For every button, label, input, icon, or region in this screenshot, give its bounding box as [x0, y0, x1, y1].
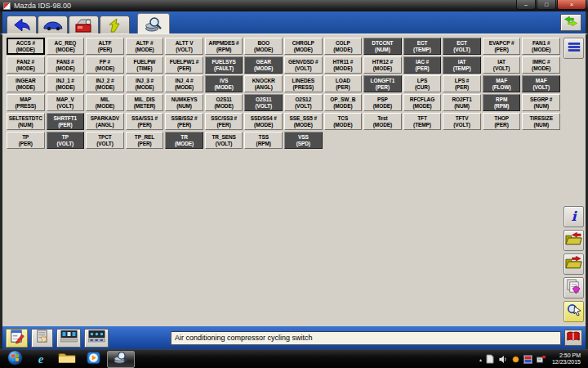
- pid-button-linedes-press[interactable]: LINEDES(PRESS): [284, 75, 323, 92]
- pid-button-tcs-mode[interactable]: TCS(MODE): [324, 113, 363, 130]
- status-message-field[interactable]: [171, 331, 561, 345]
- pid-button-ssc-ss3-per[interactable]: SSC/SS3 #(PER): [205, 113, 243, 130]
- show-hidden-icons-button[interactable]: ▴: [479, 357, 482, 362]
- pid-button-inj-2-mode[interactable]: INJ_2 #(MODE): [86, 75, 124, 92]
- pid-list-button[interactable]: [564, 38, 584, 59]
- maximize-button[interactable]: □: [537, 0, 556, 10]
- pid-button-altt-v-volt[interactable]: ALTT V(VOLT): [165, 38, 203, 55]
- swap-vehicle-button[interactable]: [560, 14, 581, 31]
- pid-button-rfcflag-mode[interactable]: RFCFLAG(MODE): [403, 94, 442, 111]
- pid-button-iat-temp[interactable]: IAT(TEMP): [443, 56, 481, 74]
- pid-button-test-mode[interactable]: Test(MODE): [363, 113, 402, 130]
- pid-button-load-per[interactable]: LOAD(PER): [324, 75, 363, 92]
- pid-button-tpct-volt[interactable]: TPCT(VOLT): [86, 132, 124, 149]
- pid-button-maf-flow[interactable]: MAF(FLOW): [483, 75, 521, 92]
- pid-button-ingear-mode[interactable]: INGEAR(MODE): [7, 75, 45, 92]
- pid-button-fan2-mode[interactable]: FAN2 #(MODE): [7, 56, 45, 74]
- pid-button-lps-per[interactable]: LPS #(PER): [443, 75, 481, 92]
- pid-button-ect-temp[interactable]: ECT(TEMP): [403, 38, 442, 55]
- exit-button[interactable]: [564, 330, 582, 346]
- pid-button-ssa-ss1-per[interactable]: SSA/SS1 #(PER): [126, 113, 164, 130]
- tray-speaker-icon[interactable]: [498, 355, 508, 364]
- capture-button[interactable]: [564, 277, 584, 298]
- pid-button-sse-ss5-mode[interactable]: SSE_SS5 #(MODE): [284, 113, 323, 130]
- pid-button-imrc-mode[interactable]: IMRC #(MODE): [522, 56, 560, 74]
- pid-button-tft-temp[interactable]: TFT(TEMP): [403, 113, 442, 130]
- minimize-button[interactable]: –: [516, 0, 536, 10]
- pid-button-vss-spd[interactable]: VSS(SPD): [284, 132, 323, 149]
- pid-button-altf-per[interactable]: ALTF(PER): [86, 38, 124, 55]
- load-folder-button[interactable]: [564, 230, 584, 251]
- tab-back[interactable]: [7, 16, 37, 34]
- pid-button-maf-volt[interactable]: MAF(VOLT): [522, 75, 560, 92]
- pid-button-shrtft1-per[interactable]: SHRTFT1(PER): [47, 113, 85, 130]
- pid-button-op-sw-b-mode[interactable]: OP_SW_B(MODE): [324, 94, 363, 111]
- pid-button-colp-mode[interactable]: COLP(MODE): [324, 38, 363, 55]
- pid-button-o2s12-volt[interactable]: O2S12(VOLT): [284, 94, 323, 111]
- pid-button-fp-mode[interactable]: FP #(MODE): [86, 56, 124, 74]
- pid-button-htr12-mode[interactable]: HTR12 #(MODE): [363, 56, 402, 74]
- pid-button-tiresize-num[interactable]: TIRESIZE(NUM): [522, 113, 560, 130]
- tab-vehicle[interactable]: [38, 16, 68, 34]
- pid-button-tp-per[interactable]: TP(PER): [7, 132, 45, 149]
- pid-button-numkeys-num[interactable]: NUMKEYS(NUM): [165, 94, 203, 111]
- pid-button-lps-cur[interactable]: LPS(CUR): [403, 75, 442, 92]
- info-button[interactable]: i: [564, 206, 584, 227]
- start-button[interactable]: [2, 351, 27, 368]
- pid-button-map-press[interactable]: MAP(PRESS): [7, 94, 45, 111]
- digital-view-button[interactable]: [84, 329, 109, 348]
- pid-button-mil-dis-meter[interactable]: MIL_DIS(METER): [126, 94, 164, 111]
- pid-button-fuelsys-fault[interactable]: FUELSYS(FAULT): [205, 56, 243, 74]
- pid-button-inj-4-mode[interactable]: INJ_4 #(MODE): [165, 75, 203, 92]
- tray-document-icon[interactable]: [486, 354, 494, 364]
- recording-sheet-button[interactable]: [31, 329, 53, 348]
- pid-button-sparkadv-angl[interactable]: SPARKADV(ANGL): [86, 113, 124, 130]
- edit-form-button[interactable]: [6, 329, 28, 348]
- tab-quick-test[interactable]: [100, 16, 130, 34]
- tray-vcm-icon[interactable]: [523, 355, 532, 364]
- pid-button-evapcp-per[interactable]: EVAPCP #(PER): [483, 38, 521, 55]
- pid-button-tss-rpm[interactable]: TSS(RPM): [244, 132, 283, 149]
- pid-button-mil-mode[interactable]: MIL(MODE): [86, 94, 124, 111]
- pid-button-seltestdtc-num[interactable]: SELTESTDTC(NUM): [7, 113, 45, 130]
- pid-button-tp-rel-per[interactable]: TP_REL(PER): [126, 132, 164, 149]
- pid-button-ac-req-mode[interactable]: AC_REQ(MODE): [47, 38, 85, 55]
- taskbar-media-player[interactable]: [81, 351, 105, 368]
- tray-network-icon[interactable]: [537, 355, 546, 364]
- pid-button-iac-per[interactable]: IAC #(PER): [403, 56, 442, 74]
- tab-datalogger[interactable]: [137, 13, 170, 34]
- tray-status-dot-icon[interactable]: [512, 356, 519, 363]
- pid-button-boo-mode[interactable]: BOO(MODE): [244, 38, 283, 55]
- pid-button-ect-volt[interactable]: ECT(VOLT): [443, 38, 481, 55]
- taskbar-file-explorer[interactable]: [55, 351, 79, 368]
- pid-button-genvdsd-volt[interactable]: GENVDSD #(VOLT): [284, 56, 323, 74]
- pid-button-map-v-volt[interactable]: MAP_V(VOLT): [47, 94, 85, 111]
- tab-toolbox[interactable]: [69, 16, 99, 34]
- pid-button-inj-1-mode[interactable]: INJ_1 #(MODE): [47, 75, 85, 92]
- pid-button-ivs-mode[interactable]: IVS(MODE): [205, 75, 243, 92]
- pid-button-o2s11-mode[interactable]: O2S11(MODE): [205, 94, 243, 111]
- taskbar-internet-explorer[interactable]: e: [29, 351, 53, 368]
- pid-button-fuelpw1-per[interactable]: FUELPW1 #(PER): [165, 56, 203, 74]
- pid-button-o2s11-volt[interactable]: O2S11(VOLT): [244, 94, 283, 111]
- save-folder-button[interactable]: [564, 254, 584, 275]
- pid-button-ro2ft1-num[interactable]: RO2FT1(NUM): [443, 94, 481, 111]
- pid-button-altf-mode[interactable]: ALTF #(MODE): [126, 38, 164, 55]
- pid-button-fuelpw-time[interactable]: FUELPW(TIME): [126, 56, 164, 74]
- pid-button-knockr-angl[interactable]: KNOCKR(ANGL): [244, 75, 283, 92]
- close-button[interactable]: ×: [557, 0, 586, 10]
- pid-button-longft1-per[interactable]: LONGFT1(PER): [363, 75, 402, 92]
- pid-button-fan3-mode[interactable]: FAN3 #(MODE): [47, 56, 85, 74]
- pid-button-htr11-mode[interactable]: HTR11 #(MODE): [324, 56, 363, 74]
- pid-button-iat-volt[interactable]: IAT(VOLT): [483, 56, 521, 74]
- pid-button-dtccnt-num[interactable]: DTCCNT(NUM): [363, 38, 402, 55]
- pid-button-arpmdes-rpm[interactable]: ARPMDES #(RPM): [205, 38, 243, 55]
- taskbar-clock[interactable]: 2:50 PM 12/23/2015: [546, 352, 586, 366]
- context-help-button[interactable]: [564, 301, 584, 322]
- pid-button-tr-sens-volt[interactable]: TR_SENS(VOLT): [205, 132, 243, 149]
- gauge-view-button[interactable]: [56, 329, 81, 348]
- pid-button-gear-mode[interactable]: GEAR(MODE): [244, 56, 283, 74]
- pid-button-ssb-ss2-per[interactable]: SSB/SS2 #(PER): [165, 113, 203, 130]
- pid-button-segrp-num[interactable]: SEGRP #(NUM): [522, 94, 560, 111]
- pid-button-accs-mode[interactable]: ACCS #(MODE): [7, 38, 45, 55]
